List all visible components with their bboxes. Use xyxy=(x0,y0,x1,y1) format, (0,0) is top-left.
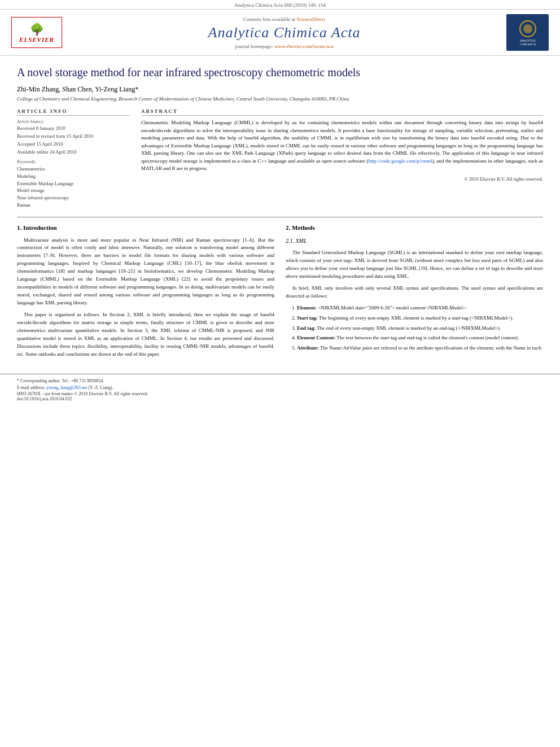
journal-center: Contents lists available at ScienceDirec… xyxy=(62,16,506,49)
main-content: A novel storage method for near infrared… xyxy=(0,56,560,368)
keyword-raman: Raman xyxy=(17,202,130,209)
abstract-text: Chemometric Modeling Markup Language (CM… xyxy=(141,119,543,173)
copyright-line: © 2010 Elsevier B.V. All rights reserved… xyxy=(141,176,543,182)
list-item-4: Element Content: The text between the st… xyxy=(297,334,543,342)
available-date: Available online 24 April 2010 xyxy=(17,149,130,155)
svg-point-2 xyxy=(523,24,532,33)
received-date: Received 8 January 2010 xyxy=(17,125,130,131)
sciencedirect-link-text[interactable]: ScienceDirect xyxy=(297,16,325,22)
affiliation: College of Chemistry and Chemical Engine… xyxy=(17,96,543,102)
elsevier-wordmark: ELSEVIER xyxy=(19,36,54,43)
abstract-col: ABSTRACT Chemometric Modeling Markup Lan… xyxy=(141,108,543,209)
list-item-5: Attribute: The Name-AttValue pairs are r… xyxy=(297,344,543,352)
footer-star-note: * Corresponding author. Tel.: +86 731 88… xyxy=(17,378,543,385)
journal-homepage: journal homepage: www.elsevier.com/locat… xyxy=(62,43,506,49)
journal-header: 🌳 ELSEVIER Contents lists available at S… xyxy=(0,10,560,56)
keyword-chemometrics: Chemometrics xyxy=(17,165,130,173)
right-logo-icon: ANALYTICA CHIMICA ACTA xyxy=(511,16,545,49)
intro-para1: Multivariate analysis is more and more p… xyxy=(17,237,274,307)
keyword-modeling: Modeling xyxy=(17,173,130,180)
body-two-col: 1. Introduction Multivariate analysis is… xyxy=(17,223,543,362)
footer-email: E-mail address: yizeng_liang@263.net (Y.… xyxy=(17,385,543,391)
analytica-chimica-logo: ANALYTICA CHIMICA ACTA xyxy=(506,14,549,51)
intro-section-title: 1. Introduction xyxy=(17,223,274,233)
list-item-2: Start tag: The beginning of every non-em… xyxy=(297,314,543,322)
abstract-paragraph: Chemometric Modeling Markup Language (CM… xyxy=(141,119,543,173)
authors-line: Zhi-Min Zhang, Shan Chen, Yi-Zeng Liang* xyxy=(17,85,543,94)
body-col-right: 2. Methods 2.1. XML The Standard General… xyxy=(286,223,543,362)
cmml-link[interactable]: http://code.google.com/p/cmml xyxy=(369,158,432,164)
elsevier-logo: 🌳 ELSEVIER xyxy=(11,17,62,48)
list-item-3: End tag: The end of every non-empty XML … xyxy=(297,325,543,333)
journal-homepage-url[interactable]: www.elsevier.com/locate/aca xyxy=(274,43,334,49)
methods-section-title: 2. Methods xyxy=(286,223,543,233)
svg-text:ANALYTICA: ANALYTICA xyxy=(520,39,536,42)
revised-date: Received in revised form 15 April 2010 xyxy=(17,133,130,139)
methods-para2: In brief, XML only involves with only se… xyxy=(286,285,543,300)
keywords-label: Keywords: xyxy=(17,159,130,164)
keyword-nir: Near infrared spectroscopy xyxy=(17,194,130,202)
elsevier-tree-icon: 🌳 xyxy=(30,23,44,36)
history-label: Article history: xyxy=(17,119,130,124)
keyword-xml: Extensible Markup Language xyxy=(17,180,130,187)
sciencedirect-link: Contents lists available at ScienceDirec… xyxy=(62,16,506,22)
article-info-header: ARTICLE INFO xyxy=(17,108,130,116)
article-info-abstract-section: ARTICLE INFO Article history: Received 8… xyxy=(17,108,543,209)
keywords-list: Chemometrics Modeling Extensible Markup … xyxy=(17,165,130,209)
keyword-model-storage: Model storage xyxy=(17,187,130,194)
journal-top-bar: Analytica Chimica Acta 668 (2010) 149–15… xyxy=(0,0,560,10)
article-info-col: ARTICLE INFO Article history: Received 8… xyxy=(17,108,130,209)
body-col-left: 1. Introduction Multivariate analysis is… xyxy=(17,223,274,362)
section-divider xyxy=(17,217,543,217)
abstract-header: ABSTRACT xyxy=(141,108,543,116)
intro-para2: This paper is organized as follows. In S… xyxy=(17,311,274,359)
footer-email-link[interactable]: yizeng_liang@263.net xyxy=(46,385,87,390)
page-footer: * Corresponding author. Tel.: +86 731 88… xyxy=(0,374,560,404)
methods-para1: The Standard Generalized Markup Language… xyxy=(286,249,543,281)
xml-subsection-title: 2.1. XML xyxy=(286,237,543,246)
article-title: A novel storage method for near infrared… xyxy=(17,65,543,80)
xml-spec-list: Element: <NIRXMLModel date="2009-6-26"> … xyxy=(295,304,543,353)
footer-issn: 0003-2670/$ – see front matter © 2010 El… xyxy=(17,391,543,401)
svg-text:CHIMICA ACTA: CHIMICA ACTA xyxy=(520,43,536,46)
list-item-1: Element: <NIRXMLModel date="2009-6-26"> … xyxy=(297,304,543,312)
authors-text: Zhi-Min Zhang, Shan Chen, Yi-Zeng Liang* xyxy=(17,85,138,93)
accepted-date: Accepted 15 April 2010 xyxy=(17,141,130,147)
journal-title: Analytica Chimica Acta xyxy=(62,24,506,41)
